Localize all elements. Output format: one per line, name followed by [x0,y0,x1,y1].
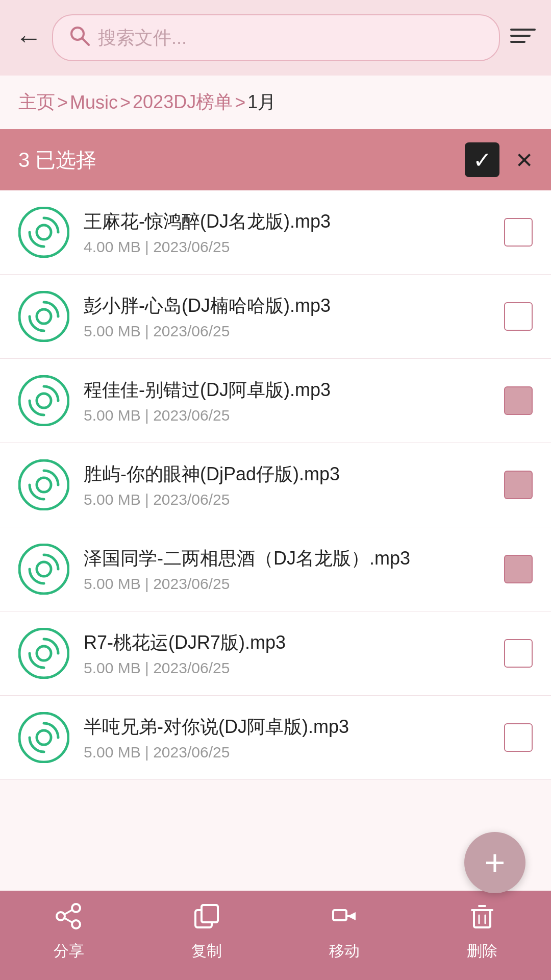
svg-point-0 [71,28,84,40]
fab-plus-icon: + [485,845,506,880]
svg-point-19 [72,904,80,912]
svg-point-5 [19,208,68,257]
file-checkbox[interactable] [504,723,533,752]
search-bar[interactable]: 搜索文件... [52,14,500,61]
breadcrumb-current: 1月 [247,90,276,115]
delete-icon [469,903,495,936]
svg-point-9 [19,376,68,425]
list-item: 胜屿-你的眼神(DjPad仔版).mp3 5.00 MB | 2023/06/2… [0,443,551,527]
svg-point-8 [37,309,51,324]
share-label: 分享 [54,941,84,962]
back-button[interactable]: ← [15,24,42,51]
file-info: 胜屿-你的眼神(DjPad仔版).mp3 5.00 MB | 2023/06/2… [84,461,490,508]
sort-icon[interactable] [510,24,536,52]
file-meta: 5.00 MB | 2023/06/25 [84,407,490,424]
file-info: R7-桃花运(DJR7版).mp3 5.00 MB | 2023/06/25 [84,630,490,677]
file-meta: 5.00 MB | 2023/06/25 [84,659,490,677]
file-name: R7-桃花运(DJR7版).mp3 [84,630,490,655]
file-name: 王麻花-惊鸿醉(DJ名龙版).mp3 [84,209,490,234]
music-file-icon [18,375,69,426]
move-action[interactable]: 移动 [329,903,360,962]
share-action[interactable]: 分享 [54,903,84,962]
breadcrumb-sep-2: > [235,92,245,113]
file-info: 王麻花-惊鸿醉(DJ名龙版).mp3 4.00 MB | 2023/06/25 [84,209,490,256]
svg-point-12 [37,478,51,492]
list-item: 半吨兄弟-对你说(DJ阿卓版).mp3 5.00 MB | 2023/06/25 [0,696,551,780]
music-file-icon [18,712,69,763]
file-meta: 4.00 MB | 2023/06/25 [84,238,490,256]
list-item: R7-桃花运(DJR7版).mp3 5.00 MB | 2023/06/25 [0,611,551,696]
search-icon [68,24,90,51]
music-file-icon [18,628,69,679]
copy-label: 复制 [191,941,222,962]
list-item: 泽国同学-二两相思酒（DJ名龙版）.mp3 5.00 MB | 2023/06/… [0,527,551,611]
file-name: 半吨兄弟-对你说(DJ阿卓版).mp3 [84,714,490,740]
file-checkbox[interactable] [504,639,533,668]
svg-line-22 [65,910,72,914]
deselect-button[interactable]: × [516,145,533,174]
selection-actions: ✓ × [465,142,533,177]
svg-point-13 [19,545,68,594]
file-meta: 5.00 MB | 2023/06/25 [84,491,490,508]
breadcrumb: 主页 > Music > 2023DJ榜单 > 1月 [0,76,551,129]
breadcrumb-music[interactable]: Music [70,92,118,113]
file-info: 泽国同学-二两相思酒（DJ名龙版）.mp3 5.00 MB | 2023/06/… [84,546,490,593]
list-item: 程佳佳-别错过(DJ阿卓版).mp3 5.00 MB | 2023/06/25 [0,359,551,443]
music-file-icon [18,544,69,595]
svg-point-7 [19,292,68,341]
file-info: 彭小胖-心岛(DJ楠哈哈版).mp3 5.00 MB | 2023/06/25 [84,293,490,340]
file-name: 彭小胖-心岛(DJ楠哈哈版).mp3 [84,293,490,318]
file-name: 胜屿-你的眼神(DjPad仔版).mp3 [84,461,490,487]
file-checkbox[interactable] [504,218,533,247]
file-meta: 5.00 MB | 2023/06/25 [84,323,490,340]
file-name: 程佳佳-别错过(DJ阿卓版).mp3 [84,377,490,403]
svg-point-11 [19,460,68,509]
svg-line-23 [65,918,72,922]
select-all-button[interactable]: ✓ [465,142,499,177]
fab-add-button[interactable]: + [464,832,525,893]
svg-point-17 [19,713,68,762]
select-all-check-icon: ✓ [473,147,492,173]
svg-point-6 [37,225,51,239]
breadcrumb-sep-1: > [120,92,131,113]
file-meta: 5.00 MB | 2023/06/25 [84,744,490,761]
list-item: 王麻花-惊鸿醉(DJ名龙版).mp3 4.00 MB | 2023/06/25 [0,190,551,275]
move-icon [331,903,358,936]
file-list: 王麻花-惊鸿醉(DJ名龙版).mp3 4.00 MB | 2023/06/25 … [0,190,551,780]
copy-action[interactable]: 复制 [191,903,222,962]
list-item: 彭小胖-心岛(DJ楠哈哈版).mp3 5.00 MB | 2023/06/25 [0,275,551,359]
file-checkbox[interactable] [504,386,533,415]
file-info: 程佳佳-别错过(DJ阿卓版).mp3 5.00 MB | 2023/06/25 [84,377,490,424]
bottom-bar: 分享 复制 移动 [0,891,551,980]
breadcrumb-home[interactable]: 主页 [18,90,55,115]
svg-point-18 [37,730,51,745]
file-name: 泽国同学-二两相思酒（DJ名龙版）.mp3 [84,546,490,571]
file-checkbox[interactable] [504,302,533,331]
svg-point-20 [57,912,65,920]
selection-count: 3 已选择 [18,146,96,174]
svg-point-21 [72,920,80,928]
music-file-icon [18,459,69,510]
search-input-placeholder: 搜索文件... [98,26,187,51]
music-file-icon [18,207,69,258]
copy-icon [193,903,220,936]
file-meta: 5.00 MB | 2023/06/25 [84,575,490,593]
selection-bar: 3 已选择 ✓ × [0,129,551,190]
file-checkbox[interactable] [504,555,533,583]
header: ← 搜索文件... [0,0,551,76]
svg-point-14 [37,562,51,576]
breadcrumb-2023dj[interactable]: 2023DJ榜单 [133,90,233,115]
share-icon [56,903,82,936]
svg-point-10 [37,394,51,408]
svg-point-16 [37,646,51,660]
svg-rect-28 [333,910,346,920]
svg-rect-26 [202,905,218,922]
move-label: 移动 [329,941,360,962]
file-checkbox[interactable] [504,471,533,499]
svg-point-15 [19,629,68,678]
delete-label: 删除 [467,941,497,962]
breadcrumb-sep-0: > [57,92,68,113]
delete-action[interactable]: 删除 [467,903,497,962]
svg-rect-31 [474,910,490,927]
music-file-icon [18,291,69,342]
